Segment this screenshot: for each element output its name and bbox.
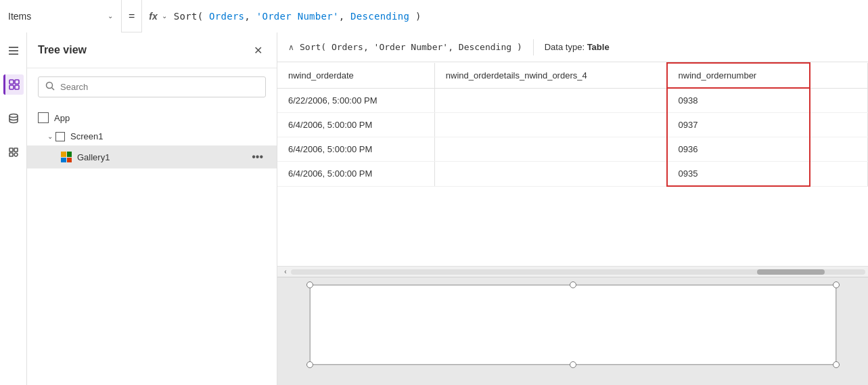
screen-icon	[55, 132, 65, 141]
horizontal-scrollbar[interactable]: ‹	[277, 266, 868, 277]
search-box[interactable]	[38, 76, 266, 97]
tools-icon[interactable]	[3, 142, 24, 162]
svg-rect-10	[9, 153, 13, 156]
items-dropdown-label: Items	[8, 11, 108, 22]
equals-sign: =	[122, 0, 142, 32]
hamburger-menu-icon[interactable]	[3, 41, 24, 61]
cell-more-3	[810, 137, 867, 162]
top-bar: Items ⌄ = fx ⌄ Sort( Orders, 'Order Numb…	[0, 0, 868, 32]
app-label: App	[54, 113, 70, 123]
tree-panel: Tree view ✕ App ⌄ Screen1	[27, 32, 277, 385]
fx-chevron-icon[interactable]: ⌄	[162, 12, 167, 20]
cell-more-1	[810, 88, 867, 113]
cell-orderdetails-1	[434, 88, 666, 113]
cell-ordernumber-4: 0935	[667, 162, 810, 187]
cell-more-2	[810, 113, 867, 137]
data-table: nwind_orderdate nwind_orderdetails_nwind…	[277, 62, 868, 187]
tree-item-app[interactable]: App	[27, 108, 277, 127]
breadcrumb-formula: Sort( Orders, 'Order Number', Descending…	[300, 42, 522, 52]
fx-icon: fx	[149, 11, 157, 22]
canvas-frame	[309, 284, 837, 365]
svg-rect-5	[9, 85, 14, 89]
cell-orderdetails-4	[434, 162, 666, 187]
tree-header: Tree view ✕	[27, 32, 277, 68]
svg-rect-6	[15, 85, 19, 89]
fx-bar: fx ⌄ Sort( Orders, 'Order Number', Desce…	[142, 0, 868, 32]
table-row: 6/4/2006, 5:00:00 PM 0937	[277, 113, 868, 137]
chevron-down-icon: ⌄	[108, 12, 113, 20]
gallery-label: Gallery1	[77, 152, 110, 162]
collapse-icon[interactable]: ∧	[288, 43, 294, 52]
main-content: Tree view ✕ App ⌄ Screen1	[0, 32, 868, 385]
breadcrumb-divider	[533, 39, 534, 55]
col-header-orderdetails: nwind_orderdetails_nwind_orders_4	[434, 63, 666, 88]
cell-more-4	[810, 162, 867, 187]
table-row: 6/4/2006, 5:00:00 PM 0935	[277, 162, 868, 187]
formula-text: Sort( Orders, 'Order Number', Descending…	[174, 11, 421, 22]
search-icon	[45, 81, 55, 93]
table-row: 6/22/2006, 5:00:00 PM 0938	[277, 88, 868, 113]
resize-handle-top-center[interactable]	[570, 281, 576, 288]
tree-items: App ⌄ Screen1 Gallery1 •••	[27, 106, 277, 171]
tree-item-screen1[interactable]: ⌄ Screen1	[27, 127, 277, 145]
cell-orderdetails-3	[434, 137, 666, 162]
cell-ordernumber-1: 0938	[667, 88, 810, 113]
svg-rect-9	[14, 148, 18, 152]
data-type-label: Data type: Table	[545, 42, 610, 52]
scroll-left-button[interactable]: ‹	[280, 267, 291, 277]
resize-handle-bottom-left[interactable]	[306, 361, 313, 368]
tree-view-title: Tree view	[38, 44, 87, 56]
cell-orderdate-3: 6/4/2006, 5:00:00 PM	[277, 137, 434, 162]
icon-bar	[0, 32, 27, 385]
table-row: 6/4/2006, 5:00:00 PM 0936	[277, 137, 868, 162]
cell-orderdate-2: 6/4/2006, 5:00:00 PM	[277, 113, 434, 137]
data-panel: ∧ Sort( Orders, 'Order Number', Descendi…	[277, 32, 868, 385]
svg-line-13	[52, 88, 55, 91]
database-icon[interactable]	[3, 108, 24, 129]
svg-rect-4	[15, 80, 19, 84]
svg-rect-3	[9, 80, 14, 84]
app-icon	[38, 112, 49, 123]
cell-orderdate-4: 6/4/2006, 5:00:00 PM	[277, 162, 434, 187]
table-header-row: nwind_orderdate nwind_orderdetails_nwind…	[277, 63, 868, 88]
canvas-area	[277, 277, 868, 385]
search-input[interactable]	[60, 82, 258, 92]
formula-breadcrumb: ∧ Sort( Orders, 'Order Number', Descendi…	[277, 32, 868, 62]
tree-view-icon[interactable]	[3, 74, 24, 95]
col-header-ordernumber: nwind_ordernumber	[667, 63, 810, 88]
cell-orderdate-1: 6/22/2006, 5:00:00 PM	[277, 88, 434, 113]
items-dropdown[interactable]: Items ⌄	[0, 0, 122, 32]
svg-point-7	[9, 114, 18, 118]
cell-orderdetails-2	[434, 113, 666, 137]
gallery-icon	[61, 152, 72, 162]
svg-rect-8	[9, 148, 13, 152]
scrollbar-thumb[interactable]	[757, 269, 825, 275]
resize-handle-top-left[interactable]	[306, 281, 313, 288]
cell-ordernumber-3: 0936	[667, 137, 810, 162]
col-header-orderdate: nwind_orderdate	[277, 63, 434, 88]
resize-handle-bottom-center[interactable]	[570, 361, 576, 368]
more-options-icon[interactable]: •••	[249, 150, 266, 164]
tree-item-gallery1[interactable]: Gallery1 •••	[27, 145, 277, 168]
svg-point-11	[14, 153, 18, 156]
screen-label: Screen1	[70, 131, 103, 141]
resize-border	[310, 285, 836, 365]
resize-handle-top-right[interactable]	[833, 281, 840, 288]
chevron-down-icon: ⌄	[47, 133, 53, 140]
scrollbar-track	[291, 269, 865, 275]
cell-ordernumber-2: 0937	[667, 113, 810, 137]
col-header-more	[810, 63, 867, 88]
svg-point-12	[47, 83, 53, 89]
close-icon[interactable]: ✕	[250, 42, 266, 58]
table-container: nwind_orderdate nwind_orderdetails_nwind…	[277, 62, 868, 266]
resize-handle-bottom-right[interactable]	[833, 361, 840, 368]
